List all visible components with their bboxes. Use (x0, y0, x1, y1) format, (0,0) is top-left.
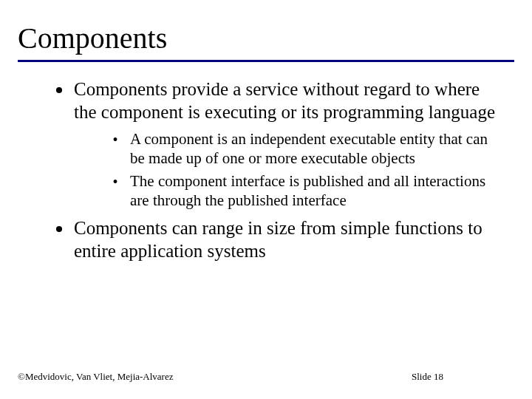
bullet-level1: Components provide a service without reg… (44, 78, 499, 123)
slide-footer: ©Medvidovic, Van Vliet, Mejia-Alvarez Sl… (18, 371, 514, 383)
bullet-level2: • The component interface is published a… (100, 171, 499, 211)
footer-slide-number: Slide 18 (412, 371, 514, 383)
bullet-text: Components provide a service without reg… (74, 78, 499, 123)
round-bullet-icon (44, 217, 74, 262)
dot-bullet-icon: • (100, 171, 130, 211)
dot-bullet-icon: • (100, 129, 130, 168)
title-underline (18, 60, 514, 62)
slide: Components Components provide a service … (0, 0, 532, 399)
sub-bullet-text: The component interface is published and… (130, 171, 499, 211)
bullet-level2: • A component is an independent executab… (100, 129, 499, 168)
bullet-level1: Components can range in size from simple… (44, 217, 499, 262)
sub-bullet-group: • A component is an independent executab… (44, 129, 499, 210)
footer-copyright: ©Medvidovic, Van Vliet, Mejia-Alvarez (18, 371, 173, 383)
slide-content: Components provide a service without reg… (18, 78, 514, 262)
bullet-text: Components can range in size from simple… (74, 217, 499, 262)
round-bullet-icon (44, 78, 74, 123)
slide-title: Components (18, 21, 514, 60)
sub-bullet-text: A component is an independent executable… (130, 129, 499, 168)
